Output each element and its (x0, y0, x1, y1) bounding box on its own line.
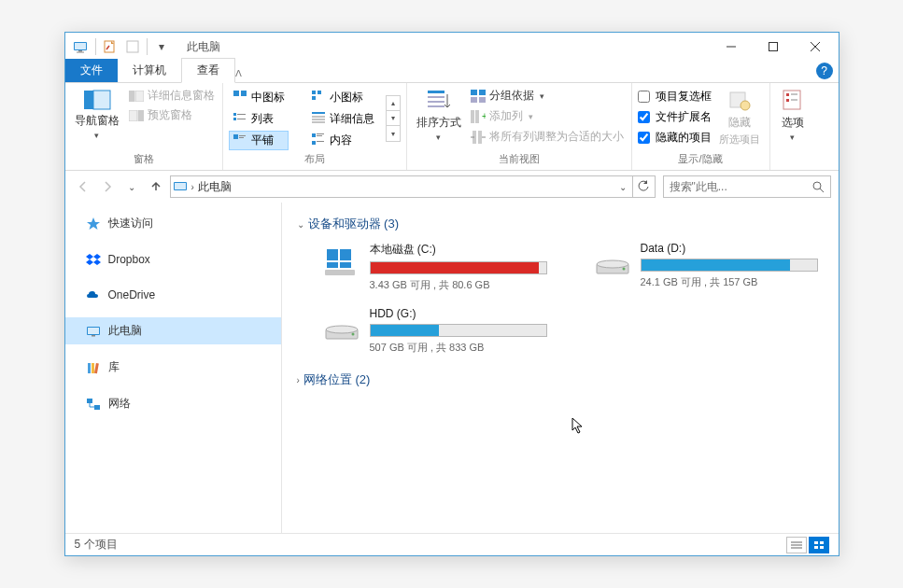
preview-pane-button[interactable]: 预览窗格 (127, 106, 217, 124)
onedrive-icon (86, 287, 101, 302)
svg-rect-70 (340, 249, 351, 260)
drive-stats: 507 GB 可用 , 共 833 GB (370, 341, 549, 355)
svg-rect-36 (317, 141, 324, 142)
svg-rect-20 (312, 96, 316, 100)
svg-line-60 (820, 189, 824, 192)
svg-rect-1 (75, 43, 86, 49)
tab-computer[interactable]: 计算机 (118, 59, 181, 82)
ribbon-tabs: 文件 计算机 查看 ᐱ ? (65, 61, 839, 83)
close-button[interactable] (795, 33, 837, 61)
layout-list[interactable]: 列表 (229, 109, 289, 129)
chevron-down-icon: ⌄ (297, 219, 304, 230)
sidebar-item-quick-access[interactable]: 快速访问 (65, 210, 281, 237)
layout-gallery-scroll[interactable]: ▴▾▾ (386, 95, 401, 142)
svg-rect-35 (312, 141, 316, 145)
sidebar-item-this-pc[interactable]: 此电脑 (65, 317, 281, 344)
sort-by-button[interactable]: 排序方式 ▾ (413, 87, 465, 144)
svg-rect-49 (478, 131, 482, 144)
svg-point-78 (326, 326, 358, 333)
svg-rect-13 (135, 91, 144, 102)
svg-rect-33 (317, 133, 324, 134)
navigation-pane-button[interactable]: 导航窗格 ▾ (71, 87, 123, 142)
svg-point-75 (597, 260, 628, 268)
maximize-button[interactable] (753, 33, 795, 61)
view-details-button[interactable] (786, 537, 807, 553)
svg-rect-24 (237, 119, 246, 119)
up-button[interactable] (146, 176, 166, 197)
svg-rect-64 (88, 363, 91, 373)
checkbox-hidden-items[interactable]: 隐藏的项目 (638, 128, 712, 147)
ribbon: 导航窗格 ▾ 详细信息窗格 预览窗格 窗格 (65, 83, 839, 171)
svg-rect-55 (786, 99, 789, 102)
tab-file[interactable]: 文件 (65, 59, 118, 82)
layout-content[interactable]: 内容 (307, 131, 378, 150)
back-button[interactable] (73, 176, 93, 197)
svg-rect-16 (233, 91, 239, 96)
search-icon (811, 180, 825, 193)
svg-rect-58 (175, 183, 186, 189)
sidebar-item-network[interactable]: 网络 (65, 390, 281, 417)
checkbox-item-checkboxes[interactable]: 项目复选框 (638, 87, 712, 106)
status-bar: 5 个项目 (65, 533, 839, 555)
drive-usage-bar (641, 259, 818, 272)
qat-properties-button[interactable] (100, 36, 120, 57)
size-columns-button[interactable]: 将所有列调整为合适的大小 (469, 128, 626, 146)
sidebar-item-onedrive[interactable]: OneDrive (65, 282, 281, 308)
details-pane-icon (129, 89, 144, 104)
sidebar-item-dropbox[interactable]: Dropbox (65, 246, 281, 273)
help-button[interactable]: ? (816, 63, 833, 79)
refresh-button[interactable] (633, 175, 656, 198)
svg-rect-7 (769, 43, 778, 51)
breadcrumb[interactable]: 此电脑 (198, 179, 232, 195)
svg-rect-39 (428, 101, 444, 103)
qat-new-folder-button[interactable] (122, 36, 143, 57)
search-input[interactable] (670, 180, 811, 193)
minimize-button[interactable] (711, 33, 753, 61)
checkbox-file-extensions[interactable]: 文件扩展名 (638, 107, 712, 127)
layout-medium-icons[interactable]: 中图标 (229, 88, 289, 107)
hide-selected-button[interactable]: 隐藏 所选项目 (715, 87, 764, 148)
drive-usage-bar (370, 261, 547, 274)
group-show-hide-label: 显示/隐藏 (638, 150, 764, 170)
address-dropdown[interactable]: ⌄ (615, 182, 630, 192)
dropbox-icon (86, 252, 101, 267)
qat-dropdown-button[interactable]: ▾ (151, 36, 172, 57)
svg-rect-21 (233, 113, 236, 116)
cursor-icon (571, 417, 585, 434)
recent-locations-button[interactable]: ⌄ (121, 176, 142, 197)
section-devices-drives[interactable]: ⌄ 设备和驱动器 (3) (297, 210, 824, 238)
svg-rect-42 (479, 90, 486, 95)
add-columns-button[interactable]: +添加列▾ (469, 107, 626, 125)
svg-rect-85 (814, 546, 818, 549)
details-pane-button[interactable]: 详细信息窗格 (127, 87, 217, 105)
tab-view[interactable]: 查看 (181, 58, 235, 83)
group-current-view-label: 当前视图 (413, 150, 626, 170)
drive-item[interactable]: 本地磁盘 (C:) 3.43 GB 可用 , 共 80.6 GB (323, 242, 549, 292)
ribbon-group-panes: 导航窗格 ▾ 详细信息窗格 预览窗格 窗格 (65, 83, 223, 170)
sidebar-item-libraries[interactable]: 库 (65, 354, 281, 381)
navigation-row: ⌄ › 此电脑 ⌄ (65, 171, 839, 203)
svg-rect-10 (84, 91, 93, 109)
ribbon-collapse-button[interactable]: ᐱ (235, 68, 242, 78)
layout-small-icons[interactable]: 小图标 (307, 88, 378, 107)
options-button[interactable]: 选项 ▾ (776, 87, 810, 144)
address-bar[interactable]: › 此电脑 ⌄ (170, 175, 633, 198)
layout-details[interactable]: 详细信息 (307, 109, 378, 129)
search-box[interactable] (663, 175, 831, 198)
svg-rect-65 (92, 363, 94, 373)
ribbon-group-current-view: 排序方式 ▾ 分组依据▾ +添加列▾ 将所有列调整为合适的大小 当前视图 (407, 83, 632, 170)
drive-item[interactable]: HDD (G:) 507 GB 可用 , 共 833 GB (323, 307, 549, 355)
address-icon (173, 179, 188, 194)
status-item-count: 5 个项目 (75, 537, 118, 553)
section-network-locations[interactable]: › 网络位置 (2) (297, 366, 824, 394)
drive-item[interactable]: Data (D:) 24.1 GB 可用 , 共 157 GB (594, 242, 820, 292)
view-tiles-button[interactable] (809, 537, 829, 553)
svg-rect-2 (78, 50, 82, 52)
svg-point-79 (351, 333, 354, 336)
layout-tiles[interactable]: 平铺 (229, 131, 289, 150)
svg-rect-32 (312, 133, 316, 137)
group-by-button[interactable]: 分组依据▾ (469, 87, 626, 105)
svg-rect-38 (428, 96, 444, 98)
forward-button[interactable] (97, 176, 118, 197)
svg-rect-22 (237, 114, 246, 115)
